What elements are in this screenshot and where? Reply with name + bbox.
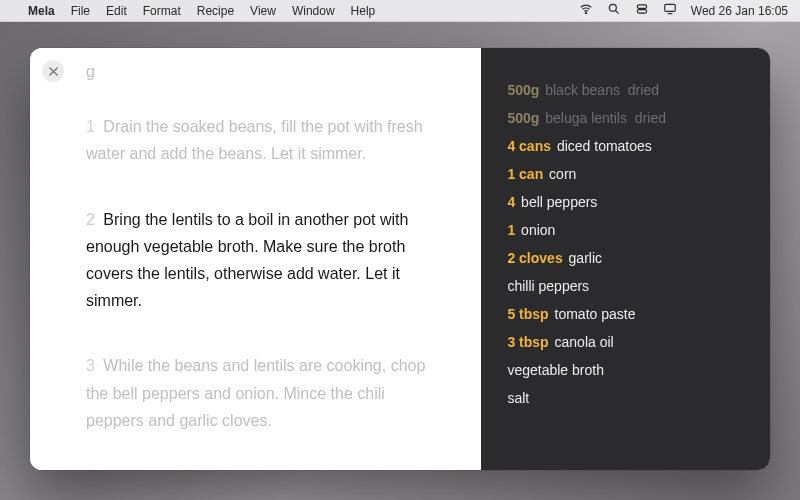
control-center-icon[interactable]: [635, 2, 649, 19]
step-3[interactable]: 3 While the beans and lentils are cookin…: [86, 352, 445, 434]
menubar-left: Mela File Edit Format Recipe View Window…: [12, 4, 375, 18]
step-2[interactable]: 2 Bring the lentils to a boil in another…: [86, 206, 445, 315]
ingredient-name: tomato paste: [555, 306, 636, 322]
ingredient-row[interactable]: 4 cans diced tomatoes: [507, 132, 744, 160]
ingredient-name: beluga lentils: [545, 110, 627, 126]
svg-point-1: [609, 4, 616, 11]
ingredient-qty: 1: [507, 222, 515, 238]
ingredient-name: black beans: [545, 82, 620, 98]
ingredient-name: vegetable broth: [507, 362, 604, 378]
step-text: While the beans and lentils are cooking,…: [86, 357, 425, 428]
step-text: Drain the soaked beans, fill the pot wit…: [86, 118, 423, 162]
svg-rect-3: [637, 5, 646, 8]
svg-rect-5: [665, 4, 676, 11]
menu-view[interactable]: View: [250, 4, 276, 18]
macos-menubar: Mela File Edit Format Recipe View Window…: [0, 0, 800, 22]
step-number: 1: [86, 118, 95, 135]
recipe-cook-mode-window: g 1 Drain the soaked beans, fill the pot…: [30, 48, 770, 470]
ingredient-name: garlic: [569, 250, 602, 266]
step-number: 2: [86, 211, 95, 228]
wifi-icon[interactable]: [579, 2, 593, 19]
ingredient-row[interactable]: chilli peppers: [507, 272, 744, 300]
ingredient-row[interactable]: 500g black beans dried: [507, 76, 744, 104]
ingredient-qty: 500g: [507, 110, 539, 126]
ingredient-name: canola oil: [555, 334, 614, 350]
menu-help[interactable]: Help: [351, 4, 376, 18]
ingredient-row[interactable]: 500g beluga lentils dried: [507, 104, 744, 132]
svg-point-0: [585, 13, 586, 14]
close-button[interactable]: [42, 60, 64, 82]
ingredient-row[interactable]: 4 bell peppers: [507, 188, 744, 216]
ingredient-qty: 2 cloves: [507, 250, 562, 266]
prev-step-overflow: g: [86, 58, 445, 85]
display-icon[interactable]: [663, 2, 677, 19]
ingredient-row[interactable]: vegetable broth: [507, 356, 744, 384]
ingredient-row[interactable]: salt: [507, 384, 744, 412]
menubar-right: Wed 26 Jan 16:05: [579, 2, 788, 19]
ingredient-note: dried: [628, 82, 659, 98]
ingredient-name: salt: [507, 390, 529, 406]
ingredient-row[interactable]: 2 cloves garlic: [507, 244, 744, 272]
menu-recipe[interactable]: Recipe: [197, 4, 234, 18]
ingredient-qty: 3 tbsp: [507, 334, 548, 350]
ingredient-qty: 500g: [507, 82, 539, 98]
step-1[interactable]: 1 Drain the soaked beans, fill the pot w…: [86, 113, 445, 167]
ingredient-name: chilli peppers: [507, 278, 589, 294]
menu-edit[interactable]: Edit: [106, 4, 127, 18]
search-icon[interactable]: [607, 2, 621, 19]
app-name[interactable]: Mela: [28, 4, 55, 18]
ingredient-name: corn: [549, 166, 576, 182]
menu-format[interactable]: Format: [143, 4, 181, 18]
menu-file[interactable]: File: [71, 4, 90, 18]
close-icon: [49, 62, 58, 80]
ingredient-name: diced tomatoes: [557, 138, 652, 154]
ingredient-qty: 4 cans: [507, 138, 551, 154]
ingredient-row[interactable]: 5 tbsp tomato paste: [507, 300, 744, 328]
step-text: Bring the lentils to a boil in another p…: [86, 211, 408, 310]
ingredient-qty: 4: [507, 194, 515, 210]
ingredient-row[interactable]: 1 onion: [507, 216, 744, 244]
ingredient-row[interactable]: 1 can corn: [507, 160, 744, 188]
ingredient-name: onion: [521, 222, 555, 238]
ingredient-name: bell peppers: [521, 194, 597, 210]
steps-panel[interactable]: g 1 Drain the soaked beans, fill the pot…: [30, 48, 481, 470]
menu-window[interactable]: Window: [292, 4, 335, 18]
step-number: 3: [86, 357, 95, 374]
ingredient-note: dried: [635, 110, 666, 126]
clock[interactable]: Wed 26 Jan 16:05: [691, 4, 788, 18]
ingredient-qty: 1 can: [507, 166, 543, 182]
ingredients-panel[interactable]: 500g black beans dried 500g beluga lenti…: [481, 48, 770, 470]
svg-rect-4: [637, 10, 646, 13]
svg-line-2: [616, 11, 619, 14]
ingredient-qty: 5 tbsp: [507, 306, 548, 322]
ingredient-row[interactable]: 3 tbsp canola oil: [507, 328, 744, 356]
